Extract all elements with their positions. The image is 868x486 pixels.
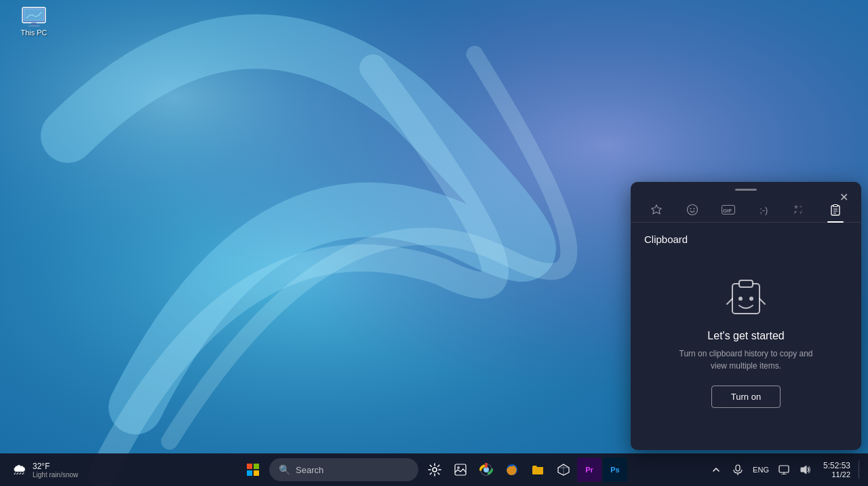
start-button[interactable] [241, 457, 265, 482]
empty-state-description: Turn on clipboard history to copy and vi… [678, 348, 814, 372]
taskbar-right: ENG 5:52:53 [707, 460, 863, 480]
clipboard-empty-state: Let's get started Turn on clipboard hist… [644, 259, 848, 439]
microphone-icon [733, 464, 743, 475]
photos-icon [454, 463, 467, 476]
svg-rect-34 [455, 464, 466, 475]
clipboard-icon [829, 204, 842, 216]
show-desktop[interactable] [859, 460, 863, 479]
kaomoji-icon: ;-) [760, 205, 768, 215]
panel-content: Clipboard Let's get started [631, 223, 861, 450]
symbols-icon: ※ ÷ ≠ √ [793, 204, 806, 216]
taskbar-icon-chrome[interactable] [474, 457, 498, 482]
svg-text:÷: ÷ [800, 204, 802, 209]
svg-line-28 [760, 299, 765, 304]
taskbar-icon-file-explorer[interactable] [526, 457, 550, 482]
tab-gif[interactable]: GIF [716, 198, 741, 222]
svg-rect-31 [247, 470, 252, 476]
chevron-up-icon [712, 466, 720, 474]
clipboard-panel: ✕ GIF [631, 182, 861, 450]
weather-temperature: 32°F [33, 462, 78, 471]
search-bar[interactable]: 🔍 Search [269, 458, 418, 481]
tab-pin[interactable] [644, 198, 669, 222]
taskbar-icon-photoshop[interactable]: Ps [603, 457, 627, 482]
firefox-icon [505, 463, 519, 476]
svg-marker-47 [801, 466, 806, 474]
taskbar-icon-photos[interactable] [448, 457, 473, 482]
svg-rect-19 [833, 205, 837, 207]
desktop-icon-label: This PC [20, 29, 47, 37]
gear-icon [428, 463, 441, 476]
panel-tabs: GIF ;-) ※ ÷ ≠ √ [631, 195, 861, 223]
clipboard-robot-icon [722, 270, 770, 319]
desktop-icon-this-pc[interactable]: This PC [10, 7, 58, 37]
network-icon [778, 465, 789, 474]
tab-clipboard[interactable] [823, 198, 848, 222]
svg-rect-30 [254, 464, 259, 469]
panel-title: Clipboard [644, 233, 848, 245]
svg-rect-18 [831, 206, 840, 215]
svg-rect-8 [24, 10, 43, 20]
taskbar-icon-firefox[interactable] [500, 457, 524, 482]
tab-kaomoji[interactable]: ;-) [751, 198, 776, 222]
tray-language[interactable]: ENG [750, 464, 772, 475]
taskbar-icon-3d-viewer[interactable] [551, 457, 576, 482]
taskbar-center: 🔍 Search [241, 457, 627, 482]
chrome-icon [479, 463, 493, 476]
tray-chevron[interactable] [707, 460, 726, 479]
search-icon: 🔍 [279, 464, 290, 475]
tab-emoji[interactable] [680, 198, 705, 222]
svg-point-11 [693, 208, 694, 210]
drag-bar [735, 189, 757, 191]
premiere-rush-label: Pr [585, 466, 593, 474]
taskbar-left: 🌧 32°F Light rain/snow [5, 458, 85, 481]
windows-logo-icon [247, 464, 259, 476]
svg-point-26 [749, 297, 753, 301]
taskbar-icon-settings[interactable] [422, 457, 447, 482]
svg-rect-23 [732, 284, 760, 314]
emoji-icon [686, 204, 698, 216]
gif-icon: GIF [722, 205, 735, 214]
search-label: Search [296, 465, 323, 475]
svg-rect-44 [779, 466, 789, 472]
system-tray: ENG [707, 460, 815, 479]
weather-widget[interactable]: 🌧 32°F Light rain/snow [5, 458, 85, 481]
svg-line-27 [727, 299, 732, 304]
turn-on-button[interactable]: Turn on [711, 386, 781, 408]
tab-symbols[interactable]: ※ ÷ ≠ √ [787, 198, 812, 222]
svg-rect-6 [31, 23, 37, 26]
svg-point-9 [687, 205, 697, 215]
pin-icon [650, 204, 663, 216]
svg-point-25 [738, 297, 743, 301]
svg-point-33 [433, 468, 437, 472]
clock[interactable]: 5:52:53 11/22 [819, 460, 854, 480]
folder-icon [531, 463, 545, 476]
tray-volume[interactable] [796, 460, 815, 479]
svg-text:√: √ [800, 210, 802, 214]
weather-description: Light rain/snow [33, 471, 78, 479]
svg-rect-24 [739, 280, 753, 287]
clock-time: 5:52:53 [823, 461, 850, 470]
empty-state-heading: Let's get started [707, 330, 784, 342]
volume-icon [800, 465, 811, 474]
svg-point-10 [690, 208, 691, 210]
tray-network[interactable] [774, 460, 793, 479]
svg-rect-29 [247, 464, 252, 469]
tray-microphone[interactable] [728, 460, 747, 479]
svg-point-35 [457, 466, 460, 469]
svg-rect-7 [28, 25, 40, 26]
taskbar: 🌧 32°F Light rain/snow 🔍 Search [0, 453, 868, 486]
svg-text:※: ※ [794, 204, 798, 209]
taskbar-icon-premiere-rush[interactable]: Pr [577, 457, 601, 482]
drag-handle [631, 182, 861, 195]
clock-date: 11/22 [831, 470, 850, 479]
taskbar-app-icons: Pr Ps [422, 457, 627, 482]
weather-text: 32°F Light rain/snow [33, 462, 78, 479]
svg-text:GIF: GIF [723, 208, 732, 214]
svg-text:≠: ≠ [794, 210, 797, 214]
monitor-icon [21, 7, 47, 29]
weather-icon: 🌧 [12, 461, 27, 479]
desktop: This PC ✕ [0, 0, 868, 486]
svg-rect-42 [736, 465, 740, 471]
svg-rect-32 [254, 470, 259, 476]
photoshop-label: Ps [610, 466, 619, 474]
